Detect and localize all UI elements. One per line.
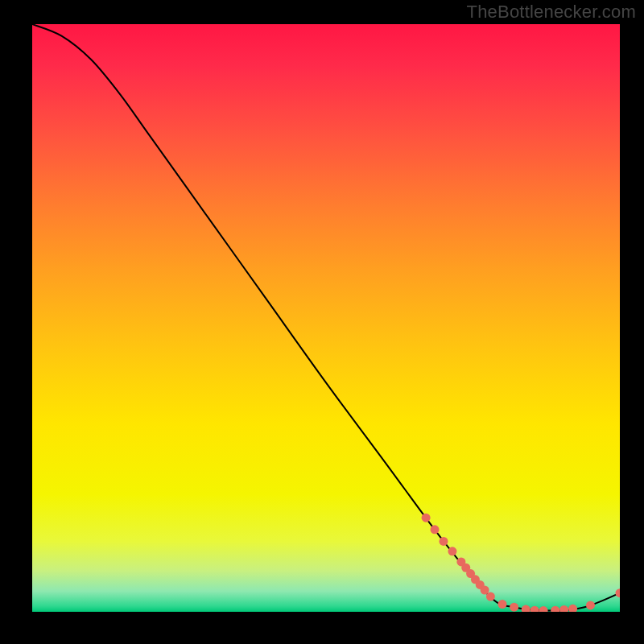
data-marker [422, 514, 431, 522]
chart-container: TheBottlenecker.com [0, 0, 644, 644]
data-marker [510, 603, 518, 612]
plot-area [32, 24, 620, 612]
attribution-text: TheBottlenecker.com [467, 2, 636, 23]
data-marker [586, 601, 595, 609]
chart-svg [32, 24, 620, 612]
data-marker [486, 592, 495, 601]
data-marker [448, 547, 456, 555]
data-marker [431, 525, 440, 534]
data-marker [440, 537, 448, 546]
data-marker [498, 600, 507, 609]
gradient-background [32, 24, 620, 612]
